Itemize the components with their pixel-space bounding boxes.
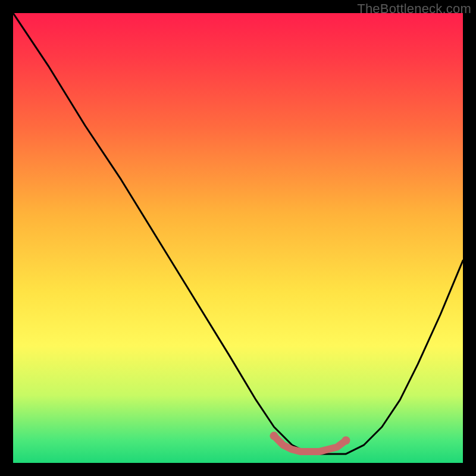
highlight-dot — [270, 432, 278, 440]
chart-frame: TheBottleneck.com — [0, 0, 476, 476]
watermark-text: TheBottleneck.com — [357, 1, 471, 17]
curve-layer — [13, 13, 463, 463]
bottleneck-curve — [13, 13, 463, 454]
highlight-dot — [342, 436, 350, 444]
